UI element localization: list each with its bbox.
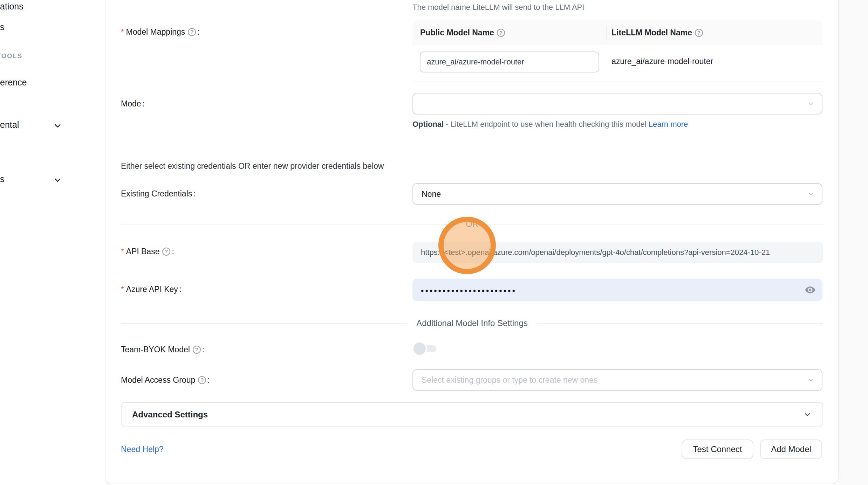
existing-credentials-label: Existing Credentials : (121, 188, 196, 199)
mode-label: Mode : (121, 98, 145, 109)
azure-api-key-label: * Azure API Key : (121, 284, 182, 295)
learn-more-link[interactable]: Learn more (649, 120, 688, 129)
sidebar: ations s TOOLS erence ental s (0, 0, 104, 485)
sidebar-item-inference[interactable]: erence (0, 77, 27, 88)
additional-settings-divider: Additional Model Info Settings (121, 317, 823, 329)
chevron-down-icon[interactable] (53, 175, 62, 185)
help-circle-icon[interactable]: ? (497, 29, 505, 37)
optional-bold: Optional (412, 120, 444, 129)
page-background-strip (839, 0, 868, 485)
eye-icon[interactable] (804, 284, 816, 296)
or-divider-text: OR (460, 219, 484, 230)
sidebar-item-logs[interactable]: s (0, 22, 5, 32)
required-asterisk: * (121, 284, 124, 295)
chevron-down-icon (807, 100, 815, 108)
need-help-link[interactable]: Need Help? (121, 445, 163, 454)
sidebar-item-organizations[interactable]: ations (0, 1, 23, 12)
chevron-down-icon (803, 410, 812, 419)
sidebar-section-tools: TOOLS (0, 52, 22, 60)
model-mappings-table: Public Model Name ? LiteLLM Model Name ?… (412, 20, 822, 82)
model-access-group-placeholder: Select existing groups or type to create… (422, 375, 597, 385)
api-base-input[interactable] (412, 242, 823, 263)
model-access-group-label: Model Access Group ? : (121, 375, 210, 385)
advanced-settings-panel[interactable]: Advanced Settings (121, 402, 823, 427)
team-byok-label: Team-BYOK Model ? : (121, 344, 204, 355)
help-circle-icon[interactable]: ? (695, 29, 703, 37)
chevron-down-icon[interactable] (53, 121, 62, 131)
required-asterisk: * (121, 246, 124, 257)
api-base-label: * API Base ? : (121, 246, 174, 257)
column-header-public-model-name: Public Model Name ? (420, 28, 606, 37)
model-name-helper-text: The model name LiteLLM will send to the … (412, 3, 584, 12)
credentials-note: Either select existing credentials OR en… (121, 161, 384, 171)
model-mappings-label: * Model Mappings ? : (121, 27, 200, 37)
sidebar-item-settings[interactable]: s (0, 174, 5, 184)
public-model-name-input[interactable] (420, 51, 599, 72)
chevron-down-icon (807, 376, 815, 384)
existing-credentials-value: None (422, 189, 441, 199)
masked-api-key: •••••••••••••••••••••• (421, 287, 517, 295)
test-connect-button[interactable]: Test Connect (682, 439, 753, 459)
help-circle-icon[interactable]: ? (198, 376, 206, 384)
additional-settings-divider-text: Additional Model Info Settings (416, 318, 528, 328)
azure-api-key-input[interactable]: •••••••••••••••••••••• (412, 279, 822, 301)
mode-select[interactable] (412, 93, 822, 115)
column-header-litellm-model-name: LiteLLM Model Name ? (611, 28, 703, 37)
existing-credentials-select[interactable]: None (412, 183, 822, 205)
mode-helper-note: Optional - LiteLLM endpoint to use when … (412, 117, 700, 131)
sidebar-item-experimental[interactable]: ental (0, 120, 19, 130)
team-byok-toggle[interactable] (414, 342, 437, 355)
model-mappings-header-row: Public Model Name ? LiteLLM Model Name ? (412, 20, 822, 45)
chevron-down-icon (807, 190, 815, 198)
help-circle-icon[interactable]: ? (162, 248, 170, 256)
required-asterisk: * (121, 27, 124, 37)
help-circle-icon[interactable]: ? (188, 28, 196, 36)
help-circle-icon[interactable]: ? (193, 346, 201, 354)
add-model-form-card: The model name LiteLLM will send to the … (105, 0, 839, 484)
column-separator (606, 26, 607, 40)
add-model-button[interactable]: Add Model (760, 439, 822, 459)
advanced-settings-title: Advanced Settings (132, 410, 803, 420)
litellm-model-name-value: azure_ai/azure-model-router (611, 57, 713, 66)
model-access-group-select[interactable]: Select existing groups or type to create… (412, 369, 822, 391)
